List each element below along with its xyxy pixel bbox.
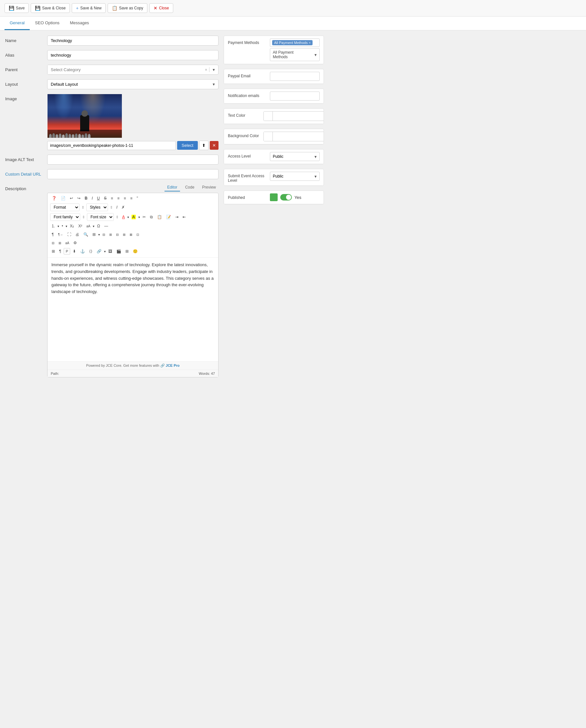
link-dropdown[interactable]: ▾ (104, 250, 106, 253)
strikethrough-btn[interactable]: S (103, 195, 108, 202)
underline-btn[interactable]: U (95, 195, 102, 202)
highlight-btn[interactable]: A (130, 214, 137, 220)
select-image-button[interactable]: Select (177, 141, 198, 150)
table-btn[interactable]: ⊞ (91, 231, 97, 238)
notification-emails-input[interactable] (270, 92, 320, 101)
close-button[interactable]: ✕ Close (149, 3, 173, 13)
italic-btn[interactable]: I (90, 195, 95, 202)
tab-editor[interactable]: Editor (164, 184, 180, 191)
font-family-select[interactable]: Font family (50, 213, 80, 221)
clear-parent-icon[interactable]: × (203, 68, 209, 72)
bg-color-swatch[interactable] (264, 132, 273, 141)
text-color-input[interactable] (273, 112, 324, 120)
unordered-list-dropdown[interactable]: ▾ (65, 225, 67, 228)
table-insert-row-after-btn[interactable]: ⊞ (108, 232, 113, 237)
indent-btn[interactable]: ⇥ (174, 214, 180, 220)
media-btn[interactable]: 🎬 (115, 248, 123, 255)
image-url-input[interactable] (47, 141, 176, 150)
highlight-dropdown[interactable]: ▾ (138, 215, 140, 219)
paragraph2-btn[interactable]: ¶ (57, 248, 63, 255)
clear-format-btn[interactable]: ✗ (120, 204, 126, 211)
reduce-font-btn[interactable]: aA (85, 224, 92, 229)
table-split-btn[interactable]: ⊞ (57, 240, 63, 246)
ltr-btn[interactable]: ¶→ (56, 232, 64, 237)
ordered-list-btn[interactable]: 1. (50, 223, 57, 229)
bold-btn[interactable]: B (83, 195, 89, 202)
clear-format-italic-btn[interactable]: I (115, 204, 119, 211)
subscript-btn[interactable]: X₂ (68, 223, 76, 229)
styles-select[interactable]: Styles (86, 203, 108, 211)
access-level-select[interactable]: Public Registered Special (270, 152, 312, 161)
print-btn[interactable]: 🖨 (74, 231, 81, 238)
new-doc-btn[interactable]: 📄 (59, 195, 67, 202)
tab-preview[interactable]: Preview (199, 184, 218, 191)
format-select[interactable]: Format Heading 1 Heading 2 Paragraph (50, 203, 80, 211)
undo-btn[interactable]: ↩ (68, 195, 75, 202)
find-btn[interactable]: 🔍 (82, 231, 90, 238)
paypal-email-input[interactable] (270, 72, 320, 81)
tab-general[interactable]: General (4, 17, 30, 30)
submit-access-select-wrapper[interactable]: Public Registered ▾ (270, 172, 320, 181)
settings-btn[interactable]: ⚙ (72, 240, 79, 246)
help-btn[interactable]: ❓ (50, 195, 58, 202)
table-delete-col-btn[interactable]: ⊡ (135, 232, 141, 237)
blockquote-btn[interactable]: " (135, 195, 140, 202)
save-new-button[interactable]: + Save & New (72, 3, 106, 13)
payment-dropdown-chevron[interactable]: ▾ (312, 52, 319, 57)
upload-image-button[interactable]: ⬆ (199, 141, 209, 150)
ordered-list-dropdown[interactable]: ▾ (57, 225, 59, 228)
superscript-btn[interactable]: X² (77, 223, 84, 229)
parent-select[interactable]: × ▾ (47, 65, 218, 75)
reduce-font-dropdown[interactable]: ▾ (93, 225, 95, 228)
fullscreen-btn[interactable]: ⛶ (65, 231, 73, 238)
emoticon-btn[interactable]: 🙂 (131, 248, 139, 255)
tab-code[interactable]: Code (183, 184, 197, 191)
font-color-dropdown[interactable]: ▾ (127, 215, 129, 219)
font-size-extra-btn[interactable]: aA (64, 240, 71, 246)
template-btn[interactable]: ⊞ (124, 248, 130, 255)
table-insert-col-before-btn[interactable]: ⊞ (121, 232, 127, 237)
image-alt-input[interactable] (47, 155, 218, 165)
unordered-list-btn[interactable]: • (60, 223, 65, 229)
font-size-select[interactable]: Font size (87, 213, 114, 221)
download-btn[interactable]: ⬇ (71, 248, 78, 255)
text-color-swatch[interactable] (264, 111, 273, 121)
hr-btn[interactable]: — (103, 223, 110, 229)
image-insert-btn[interactable]: 🖼 (107, 248, 114, 255)
parent-dropdown-icon[interactable]: ▾ (209, 67, 218, 72)
layout-dropdown[interactable]: Default Layout (48, 80, 209, 89)
description-text[interactable]: Immerse yourself in the dynamic realm of… (51, 262, 214, 295)
grid-view-btn[interactable]: ⊞ (50, 248, 57, 255)
table-merge-btn[interactable]: ⊟ (50, 240, 56, 246)
font-color-btn[interactable]: A (121, 214, 126, 220)
paragraph-btn[interactable]: ¶ (50, 231, 55, 238)
paste-word-btn[interactable]: 📝 (164, 214, 172, 220)
jce-pro-link[interactable]: 🔗 JCE Pro (160, 364, 180, 367)
tab-seo-options[interactable]: SEO Options (30, 17, 65, 30)
name-input[interactable] (47, 35, 218, 46)
access-level-select-wrapper[interactable]: Public Registered Special ▾ (270, 152, 320, 161)
payment-tag-close[interactable]: × (309, 41, 311, 45)
layout-select[interactable]: Default Layout ▾ (47, 79, 218, 89)
tab-messages[interactable]: Messages (65, 17, 94, 30)
outdent-btn[interactable]: ⇤ (181, 214, 187, 220)
table-delete-row-btn[interactable]: ⊟ (114, 232, 120, 237)
source-code-btn[interactable]: ⟨⟩ (87, 248, 94, 255)
p-tag-btn[interactable]: P (64, 248, 70, 255)
bg-color-input[interactable] (273, 133, 324, 140)
copy-btn[interactable]: ⧉ (149, 214, 155, 220)
parent-input[interactable] (48, 65, 203, 74)
table-insert-row-before-btn[interactable]: ⊟ (101, 232, 107, 237)
alias-input[interactable] (47, 50, 218, 60)
custom-url-input[interactable] (47, 169, 218, 179)
anchor-btn[interactable]: ⚓ (79, 248, 87, 255)
table-dropdown[interactable]: ▾ (98, 233, 100, 236)
link-btn[interactable]: 🔗 (95, 248, 103, 255)
remove-image-button[interactable]: ✕ (210, 141, 218, 150)
save-copy-button[interactable]: 📋 Save as Copy (108, 3, 148, 13)
align-justify-btn[interactable]: ≡ (129, 195, 134, 202)
editor-content[interactable]: Immerse yourself in the dynamic realm of… (48, 258, 218, 361)
save-close-button[interactable]: 💾 Save & Close (31, 3, 70, 13)
save-button[interactable]: 💾 Save (4, 3, 29, 13)
table-insert-col-after-btn[interactable]: ⊠ (128, 232, 134, 237)
